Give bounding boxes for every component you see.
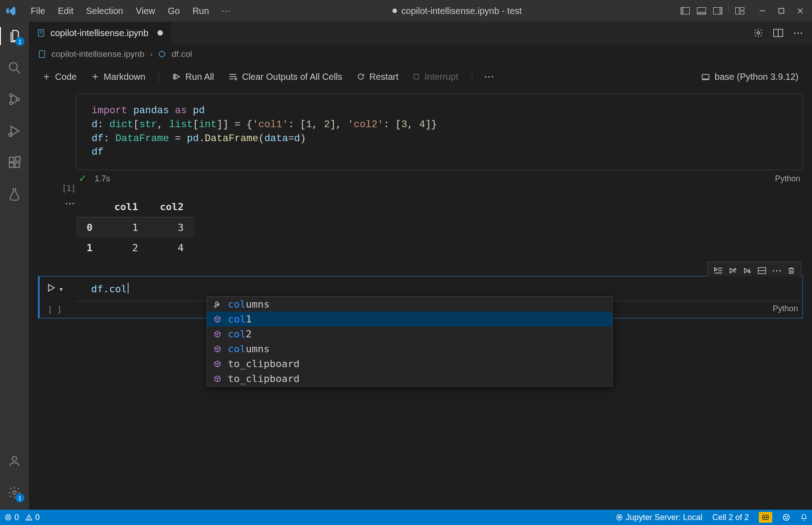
search-icon[interactable] <box>0 57 29 78</box>
run-debug-icon[interactable] <box>0 120 29 142</box>
window-close-icon[interactable] <box>792 3 808 19</box>
add-markdown-cell-button[interactable]: Markdown <box>86 70 151 84</box>
breadcrumbs[interactable]: copilot-intellisense.ipynb › df.col <box>29 44 812 64</box>
svg-marker-47 <box>715 268 717 271</box>
customize-layout-icon[interactable] <box>732 3 748 19</box>
clear-outputs-label: Clear Outputs of All Cells <box>242 72 342 82</box>
window-maximize-icon[interactable] <box>773 3 789 19</box>
testing-icon[interactable] <box>0 183 29 205</box>
menu-edit[interactable]: Edit <box>51 6 79 16</box>
interrupt-kernel-button[interactable]: Interrupt <box>407 70 463 84</box>
add-code-label: Code <box>55 72 77 82</box>
clear-outputs-button[interactable]: Clear Outputs of All Cells <box>223 70 347 84</box>
execute-above-icon[interactable] <box>729 267 738 275</box>
tab-notebook[interactable]: copilot-intellisense.ipynb <box>29 22 171 44</box>
settings-gear-icon[interactable]: 1 <box>0 482 29 503</box>
code-editor[interactable]: df.col columns col1 <box>76 276 803 301</box>
cell-gutter: [1] <box>38 94 76 193</box>
svg-point-15 <box>9 94 12 97</box>
svg-point-70 <box>783 514 789 520</box>
menu-more-icon[interactable]: ⋯ <box>215 5 237 16</box>
menu-go[interactable]: Go <box>161 6 186 16</box>
window-minimize-icon[interactable] <box>754 3 770 19</box>
menu-file[interactable]: File <box>24 6 51 16</box>
suggest-item[interactable]: col1 <box>207 312 612 327</box>
execute-below-icon[interactable] <box>743 267 752 275</box>
status-copilot[interactable] <box>759 512 772 523</box>
notebook-file-icon <box>37 29 45 37</box>
cube-icon <box>212 329 222 339</box>
status-cell-position[interactable]: Cell 2 of 2 <box>712 513 749 522</box>
restart-kernel-button[interactable]: Restart <box>351 70 404 84</box>
explorer-icon[interactable]: 1 <box>0 25 29 47</box>
svg-rect-6 <box>736 8 739 14</box>
svg-marker-37 <box>175 74 180 79</box>
menu-run[interactable]: Run <box>186 6 216 16</box>
notebook-toolbar: Code Markdown Run All Clear Outputs of A… <box>29 64 812 89</box>
toolbar-separator <box>159 71 159 83</box>
menu-view[interactable]: View <box>129 6 161 16</box>
add-code-cell-button[interactable]: Code <box>37 70 82 84</box>
run-all-button[interactable]: Run All <box>167 70 219 84</box>
cube-icon <box>212 374 222 384</box>
table-row: 1 2 4 <box>76 238 194 258</box>
suggest-item[interactable]: columns <box>207 297 612 312</box>
breadcrumb-file: copilot-intellisense.ipynb <box>51 49 144 59</box>
cube-icon <box>212 344 222 354</box>
svg-rect-1 <box>681 8 684 14</box>
tab-dirty-dot-icon <box>157 30 163 36</box>
toolbar-more-icon[interactable]: ⋯ <box>480 71 498 83</box>
exec-duration: 1.7s <box>95 174 110 184</box>
kernel-label: base (Python 3.9.12) <box>715 72 798 82</box>
kernel-picker-button[interactable]: base (Python 3.9.12) <box>696 70 804 84</box>
exec-count: [ ] <box>48 305 62 314</box>
df-header <box>76 197 103 217</box>
svg-rect-45 <box>702 74 709 79</box>
delete-cell-icon[interactable] <box>787 266 795 275</box>
split-cell-icon[interactable] <box>757 267 766 275</box>
cube-icon <box>212 359 222 369</box>
titlebar: File Edit Selection View Go Run ⋯ copilo… <box>0 0 812 22</box>
layout-bottom-icon[interactable] <box>693 3 710 19</box>
suggest-item[interactable]: columns <box>207 341 612 356</box>
cell-language[interactable]: Python <box>775 174 803 184</box>
svg-point-16 <box>9 102 12 105</box>
layout-left-icon[interactable] <box>677 3 693 19</box>
split-editor-icon[interactable] <box>773 28 783 37</box>
layout-right-icon[interactable] <box>710 3 726 19</box>
breadcrumb-file-icon <box>38 50 46 58</box>
active-cell: ▾ [ ] df.col columns <box>38 276 803 318</box>
tab-more-icon[interactable]: ⋯ <box>793 27 803 39</box>
menu-selection[interactable]: Selection <box>80 6 129 16</box>
svg-rect-23 <box>16 157 20 161</box>
run-cell-icon[interactable] <box>46 283 56 293</box>
cell-more-icon[interactable]: ⋯ <box>772 265 782 276</box>
cube-icon <box>212 314 222 324</box>
status-notifications-icon[interactable] <box>800 513 807 521</box>
df-header: col1 <box>103 197 149 217</box>
svg-line-14 <box>16 69 20 74</box>
accounts-icon[interactable] <box>0 450 29 472</box>
error-count: 0 <box>14 513 19 522</box>
notebook-cell: [1] import pandas as pd d: dict[str, lis… <box>38 94 803 193</box>
status-feedback-icon[interactable] <box>782 513 790 521</box>
code-editor[interactable]: import pandas as pd d: dict[str, list[in… <box>76 94 803 170</box>
run-by-line-icon[interactable] <box>713 267 723 275</box>
cell-position-label: Cell 2 of 2 <box>712 513 749 522</box>
notebook-configure-icon[interactable] <box>753 28 763 38</box>
svg-point-68 <box>764 517 765 518</box>
suggest-item[interactable]: to_clipboard <box>207 356 612 371</box>
restart-label: Restart <box>369 72 398 82</box>
run-menu-chevron-icon[interactable]: ▾ <box>60 286 63 293</box>
output-options-icon[interactable]: ⋯ <box>38 197 76 212</box>
status-problems[interactable]: 0 0 <box>5 513 40 522</box>
suggest-item[interactable]: col2 <box>207 327 612 341</box>
svg-rect-32 <box>39 51 45 58</box>
source-control-icon[interactable] <box>0 88 29 110</box>
suggest-item[interactable]: to_clipboard <box>207 371 612 386</box>
svg-rect-10 <box>779 9 784 14</box>
status-jupyter-server[interactable]: Jupyter Server: Local <box>616 513 702 522</box>
extensions-icon[interactable] <box>0 152 29 173</box>
jupyter-server-label: Jupyter Server: Local <box>626 513 702 522</box>
success-check-icon: ✓ <box>78 173 87 184</box>
